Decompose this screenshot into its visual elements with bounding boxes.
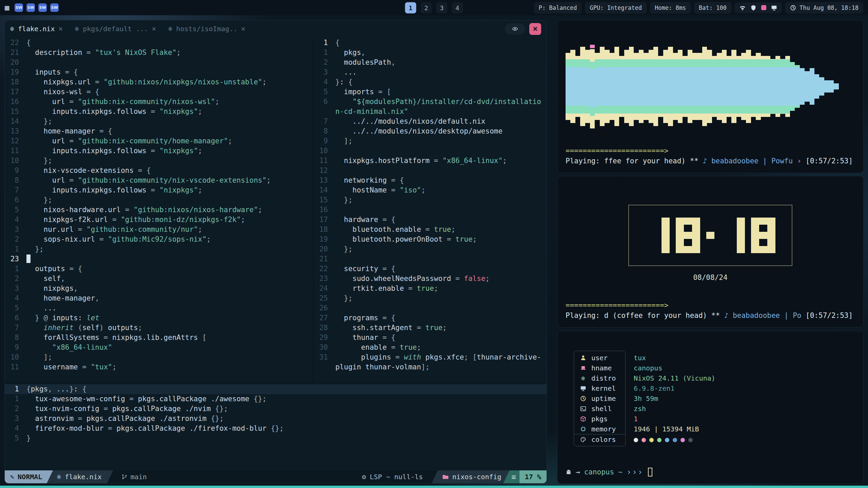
code-line: n-cd-minimal.nix" xyxy=(314,107,547,117)
code-line: 16 xyxy=(314,205,547,215)
visualizer-bar xyxy=(624,50,629,123)
pane-pkgs-default[interactable]: 1{pkgs, ...}: {1 tux-awesome-wm-config =… xyxy=(5,382,547,470)
code-line: 15 inputs.nixpkgs.follows = "nixpkgs"; xyxy=(5,107,313,117)
visualizer-bar xyxy=(834,83,839,89)
code-line: 19 bluetooth.powerOnBoot = true; xyxy=(314,235,547,244)
code-line: 9 nix-vscode-extensions = { xyxy=(5,166,313,176)
code-line: 6 "${modulesPath}/installer/cd-dvd/insta… xyxy=(314,97,547,107)
status-area: P: Balanced GPU: Integrated Home: 8ms Ba… xyxy=(534,2,863,14)
code-line: 5 ... xyxy=(5,303,313,313)
window-close-button[interactable]: × xyxy=(529,23,541,35)
code-line: 8 ../../modules/nixos/desktop/awesome xyxy=(314,126,547,136)
code-line: 22 security = { xyxy=(314,264,547,274)
workspace-chip[interactable]: SW xyxy=(15,3,23,12)
power-profile-chip: P: Balanced xyxy=(534,2,582,14)
tab-close-icon[interactable]: × xyxy=(152,25,156,33)
tag-1[interactable]: 1 xyxy=(405,2,416,13)
workspace-chip[interactable]: SW xyxy=(50,3,59,12)
code-line: 8 forAllSystems = nixpkgs.lib.genAttrs [ xyxy=(5,333,313,343)
clock-chip: Thu Aug 08, 18:18 xyxy=(785,2,863,14)
display-icon[interactable] xyxy=(771,5,777,11)
prompt-host: canopus xyxy=(584,468,614,476)
tag-2[interactable]: 2 xyxy=(421,2,432,13)
tab-hosts-isoimag-[interactable]: ❄hosts/isoImag..× xyxy=(168,25,245,33)
tag-4[interactable]: 4 xyxy=(452,2,463,13)
code-line: 11 inputs.nixpkgs.follows = "nixpkgs"; xyxy=(5,146,313,156)
clock-digit xyxy=(721,218,745,253)
code-line: 20 xyxy=(5,58,313,67)
palette-dot xyxy=(657,438,662,442)
code-line: 17 nixos-wsl = { xyxy=(5,87,313,97)
code-line: 30 enable = true; xyxy=(314,343,547,352)
visualizer-bar xyxy=(717,53,722,120)
code-line: 29 thunar = { xyxy=(314,333,547,343)
tab-pkgs-default-[interactable]: ❄pkgs/default ...× xyxy=(75,25,156,33)
visualizer-bar xyxy=(751,56,756,117)
code-line: 2 sops-nix.url = "github:Mic92/sops-nix"… xyxy=(5,235,313,244)
visualizer-bar xyxy=(722,50,727,123)
code-line: 3 astronvim = pkgs.callPackage ./astronv… xyxy=(5,414,547,424)
visualizer-bar xyxy=(663,50,668,123)
visualizer-bar xyxy=(756,53,761,120)
tab-close-icon[interactable]: × xyxy=(58,25,63,33)
visualizer-bar xyxy=(673,53,678,120)
fetch-value-kernel: 6.9.8-zen1 xyxy=(634,383,715,393)
tab-close-icon[interactable]: × xyxy=(241,25,245,33)
code-line: 2 self, xyxy=(5,274,313,284)
fetch-value-colors xyxy=(634,434,715,444)
workspace-chip[interactable]: SW xyxy=(38,3,47,12)
code-line: 12 url = "github:nix-community/home-mana… xyxy=(5,136,313,146)
fetch-row-colors: colors xyxy=(574,434,625,444)
color-swatch-icon[interactable] xyxy=(761,5,766,10)
code-line: 1 pkgs, xyxy=(314,48,547,58)
code-line: 18 bluetooth.enable = true; xyxy=(314,225,547,235)
toggle-button[interactable] xyxy=(505,23,525,35)
code-line: 19 inputs = { xyxy=(5,67,313,77)
shell-prompt[interactable]: → canopus ~ ››› xyxy=(566,467,855,477)
workspace-chip[interactable]: SW xyxy=(26,3,35,12)
code-line: 4 firefox-mod-blur = pkgs.callPackage ./… xyxy=(5,424,547,433)
terminal-icon xyxy=(579,406,587,412)
tag-3[interactable]: 3 xyxy=(436,2,448,13)
code-line: 22{ xyxy=(5,38,313,48)
visualizer-bar xyxy=(810,68,814,105)
code-line: 3 ... xyxy=(314,67,547,77)
person-icon xyxy=(579,355,587,361)
code-line: 17 hardware = { xyxy=(314,215,547,225)
code-line: 8 url = "github:nix-community/nix-vscode… xyxy=(5,176,313,185)
tab-flake-nix[interactable]: ❄flake.nix× xyxy=(10,25,63,33)
wifi-icon[interactable] xyxy=(739,5,746,11)
palette-dot xyxy=(680,438,685,442)
battery-chip: Bat: 100 xyxy=(694,2,731,14)
visualizer-bar xyxy=(668,47,673,126)
palette-dot xyxy=(673,438,677,442)
visualizer-bar xyxy=(653,47,658,126)
progress-separator: =======================> xyxy=(566,146,855,156)
app-grid-icon[interactable]: ▦ xyxy=(5,3,9,12)
shield-icon[interactable] xyxy=(750,5,756,11)
audio-visualizer xyxy=(566,27,855,146)
code-line: 9 "x86_64-linux" xyxy=(5,343,313,352)
palette-icon xyxy=(579,436,587,443)
fetch-row-hname: hname xyxy=(574,363,625,373)
tag-list: 1 2 3 4 xyxy=(405,2,463,13)
visualizer-bar xyxy=(585,50,590,123)
visualizer-bar xyxy=(780,59,785,114)
tabline: ❄flake.nix×❄pkgs/default ...×❄hosts/isoI… xyxy=(5,20,547,37)
code-line: 26 xyxy=(314,303,547,313)
folder-icon xyxy=(442,474,449,480)
display-icon xyxy=(579,385,587,391)
pane-flake-nix[interactable]: 22{21 description = "tux's NixOS Flake";… xyxy=(5,37,314,382)
fetch-value-hname: canopus xyxy=(634,363,715,373)
visualizer-bar xyxy=(605,50,609,123)
code-line: 12 xyxy=(314,166,547,176)
code-line: 5} xyxy=(5,433,547,443)
fetch-value-user: tux xyxy=(634,353,715,363)
music-note-icon: ♪ xyxy=(724,311,729,320)
visualizer-bar xyxy=(570,50,575,123)
visualizer-bar xyxy=(610,53,614,120)
fetch-value-memory: 1946 | 15394 MiB xyxy=(634,424,715,434)
pane-iso-image[interactable]: 1{1 pkgs,2 modulesPath,3 ...4}: {5 impor… xyxy=(314,37,547,382)
visualizer-bar xyxy=(634,53,638,120)
visualizer-bar xyxy=(688,50,692,123)
